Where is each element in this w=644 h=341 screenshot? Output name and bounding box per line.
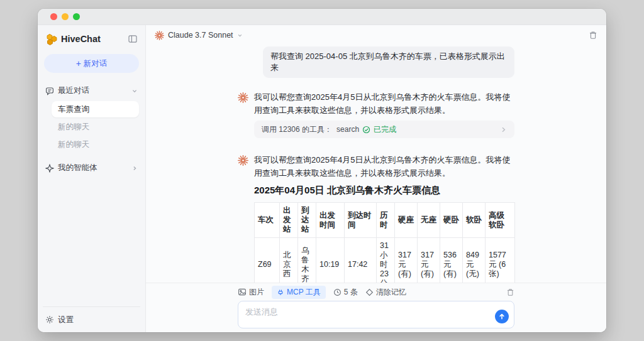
app-logo-row: HiveChat	[44, 31, 139, 45]
minimize-window-button[interactable]	[62, 13, 69, 20]
model-selector[interactable]: Claude 3.7 Sonnet	[155, 31, 243, 40]
composer: 图片	[146, 283, 606, 332]
conversation-item[interactable]: 新的聊天	[52, 119, 139, 135]
chevron-down-icon	[131, 88, 138, 94]
context-count-button[interactable]: 5 条	[333, 287, 358, 298]
table-cell: 1577 元 (6 张)	[486, 238, 515, 283]
composer-toolbar: 图片	[238, 286, 514, 298]
image-upload-button[interactable]: 图片	[238, 287, 264, 298]
table-header-cell: 硬座	[395, 203, 418, 238]
conversation-item[interactable]: 新的聊天	[52, 136, 139, 153]
table-cell: 317 元 (有)	[418, 238, 440, 283]
table-cell: 17:42	[345, 238, 377, 283]
table-cell: 849 元 (无)	[463, 238, 486, 283]
clear-memory-label: 清除记忆	[376, 287, 406, 298]
table-header-cell: 软卧	[463, 203, 486, 238]
image-icon	[238, 288, 247, 296]
assistant-message-text: 我可以帮您查询2025年4月5日从北京到乌鲁木齐的火车票信息。我将使用查询工具来…	[254, 153, 514, 180]
settings-button[interactable]: 设置	[44, 307, 139, 332]
mcp-tool-icon	[277, 288, 284, 296]
user-message: 帮我查询 2025-04-05 北京到乌鲁木齐的车票，已表格形式展示出来	[263, 46, 514, 78]
tool-name: search	[336, 125, 359, 134]
conversation-list: 车票查询 新的聊天 新的聊天	[44, 101, 139, 153]
chevron-down-icon	[237, 33, 243, 38]
table-header-row: 车次 出发站 到达站 出发时间 到达时间 历时 硬座 无座 硬卧 软卧	[255, 203, 515, 238]
chat-area: 帮我查询 2025-04-05 北京到乌鲁木齐的车票，已表格形式展示出来 我可以…	[146, 45, 606, 283]
message-input-wrap	[238, 301, 514, 328]
table-cell: 31 小时 23 分	[377, 238, 395, 283]
table-header-cell: 到达时间	[345, 203, 377, 238]
zoom-window-button[interactable]	[73, 13, 80, 20]
clock-icon	[333, 288, 341, 296]
desktop-background: HiveChat + 新对话	[0, 0, 644, 341]
app-window: HiveChat + 新对话	[38, 9, 606, 332]
settings-label: 设置	[58, 315, 74, 325]
conversation-title: 新的聊天	[58, 122, 89, 133]
new-chat-button[interactable]: + 新对话	[44, 54, 139, 73]
sidebar-spacer	[44, 173, 139, 306]
claude-avatar-icon	[238, 92, 248, 103]
assistant-message: 我可以帮您查询2025年4月5日从北京到乌鲁木齐的火车票信息。我将使用查询工具来…	[238, 153, 514, 180]
table-cell: 536 元 (有)	[440, 238, 463, 283]
sidebar: HiveChat + 新对话	[38, 25, 146, 332]
mcp-tools-label: MCP 工具	[287, 287, 321, 298]
recent-conversations-label: 最近对话	[58, 85, 128, 96]
clear-messages-icon[interactable]	[506, 288, 514, 296]
image-upload-label: 图片	[249, 287, 264, 298]
message-input[interactable]	[238, 301, 514, 328]
model-name: Claude 3.7 Sonnet	[168, 31, 233, 40]
main-area: Claude 3.7 Sonnet	[146, 25, 606, 332]
window-titlebar	[38, 9, 606, 25]
context-count-label: 5 条	[344, 287, 358, 298]
gear-icon	[45, 315, 54, 324]
recent-conversations-header[interactable]: 最近对话	[44, 85, 139, 96]
chat-bubble-icon	[45, 87, 54, 95]
table-header-cell: 历时	[377, 203, 395, 238]
conversation-title: 车票查询	[58, 104, 89, 115]
table-cell: 北京西	[280, 238, 298, 283]
table-header-cell: 车次	[255, 203, 280, 238]
chevron-right-icon	[500, 126, 507, 133]
my-agents-item[interactable]: 我的智能体	[44, 163, 139, 173]
table-header-cell: 高级软卧	[486, 203, 515, 238]
clear-memory-button[interactable]: 清除记忆	[365, 287, 406, 298]
tool-call-label: 调用 12306 的工具：	[262, 124, 332, 135]
table-cell: 10:19	[316, 238, 345, 283]
check-circle-icon	[362, 126, 370, 134]
send-button[interactable]	[495, 310, 509, 323]
table-header-cell: 无座	[418, 203, 440, 238]
table-cell: Z69	[255, 238, 280, 283]
user-message-row: 帮我查询 2025-04-05 北京到乌鲁木齐的车票，已表格形式展示出来	[238, 46, 514, 78]
table-title: 2025年04月05日 北京到乌鲁木齐火车票信息	[254, 185, 514, 197]
assistant-message-text: 我可以帮您查询2025年4月5日从北京到乌鲁木齐的火车票信息。我将使用查询工具来…	[254, 90, 514, 117]
table-row: Z69 北京西 乌鲁木齐 10:19 17:42 31 小时 23 分 317 …	[255, 238, 515, 283]
table-cell: 317 元 (有)	[395, 238, 418, 283]
collapse-sidebar-icon[interactable]	[128, 34, 138, 44]
traffic-lights	[50, 13, 80, 20]
claude-logo-icon	[155, 31, 164, 40]
chevron-right-icon	[131, 165, 138, 171]
new-chat-label: 新对话	[84, 58, 108, 69]
table-header-cell: 硬卧	[440, 203, 463, 238]
table-header-cell: 到达站	[298, 203, 316, 238]
train-ticket-table: 车次 出发站 到达站 出发时间 到达时间 历时 硬座 无座 硬卧 软卧	[254, 202, 515, 283]
sparkle-icon	[45, 164, 54, 173]
main-header: Claude 3.7 Sonnet	[146, 25, 606, 45]
assistant-message: 我可以帮您查询2025年4月5日从北京到乌鲁木齐的火车票信息。我将使用查询工具来…	[238, 90, 514, 117]
table-header-cell: 出发时间	[316, 203, 345, 238]
claude-avatar-icon	[238, 155, 248, 166]
table-header-cell: 出发站	[280, 203, 298, 238]
my-agents-label: 我的智能体	[58, 163, 128, 173]
close-window-button[interactable]	[50, 13, 57, 20]
tool-call-status: 已完成	[374, 124, 396, 135]
tool-call-card[interactable]: 调用 12306 的工具： search 已完成	[254, 121, 514, 138]
conversation-item[interactable]: 车票查询	[52, 101, 139, 117]
plus-icon: +	[76, 59, 81, 68]
diamond-icon	[365, 288, 374, 296]
table-cell: 乌鲁木齐	[298, 238, 316, 283]
mcp-tools-button[interactable]: MCP 工具	[272, 286, 326, 299]
conversation-title: 新的聊天	[58, 139, 89, 150]
app-title: HiveChat	[61, 34, 125, 44]
hivechat-logo-icon	[45, 33, 58, 45]
delete-conversation-icon[interactable]	[589, 31, 597, 40]
